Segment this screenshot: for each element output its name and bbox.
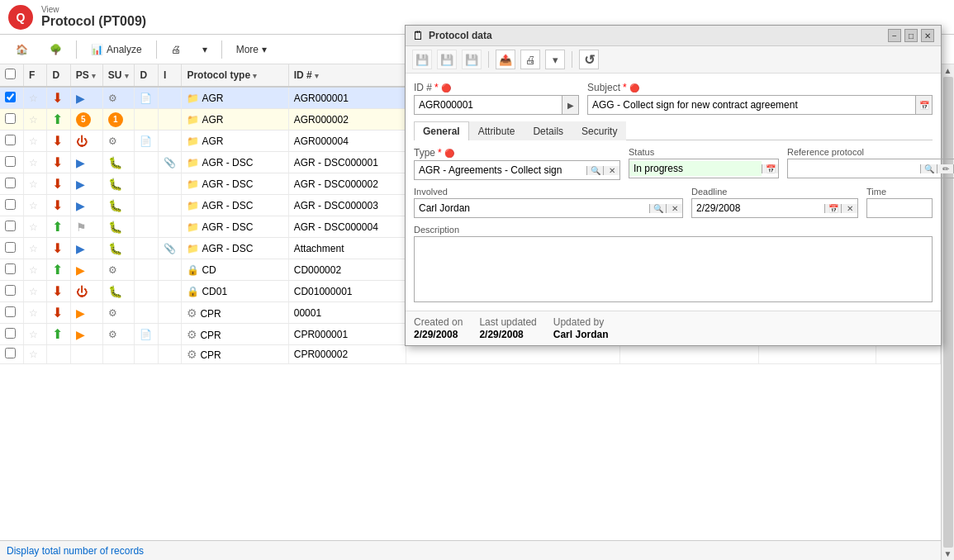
refresh-btn[interactable]: ↺ [579,50,599,69]
row-d[interactable]: ⬆ [47,259,70,281]
row-i[interactable] [158,216,181,238]
row-su[interactable]: ⚙ [102,324,135,345]
row-d[interactable]: ⬇ [47,281,70,302]
row-d2[interactable] [135,238,158,259]
row-id[interactable]: AGR000004 [288,131,406,152]
row-ps[interactable]: ▶ [70,87,102,109]
row-ps[interactable]: ⏻ [70,131,102,152]
row-favorite[interactable]: ☆ [23,259,46,281]
analyze-button[interactable]: 📊 Analyze [83,40,150,59]
row-ps[interactable]: 5 [70,109,102,131]
row-d[interactable]: ⬇ [47,195,70,216]
row-id[interactable]: AGR - DSC000002 [288,173,406,195]
row-subject[interactable] [406,345,620,364]
row-i[interactable]: 📎 [158,152,181,173]
row-sending[interactable] [619,345,758,364]
col-header-d[interactable]: D [47,64,70,87]
status-input[interactable] [629,161,762,176]
col-header-type[interactable]: Protocol type ▾ [182,64,288,87]
row-type[interactable]: 📁AGR - DSC [182,216,288,238]
row-checkbox[interactable] [0,131,23,152]
row-d2[interactable] [135,345,158,364]
dialog-minimize-btn[interactable]: − [888,29,901,42]
row-id[interactable]: CD000002 [288,259,406,281]
ref-edit-btn[interactable]: ✏ [937,164,953,173]
row-favorite[interactable]: ☆ [23,345,46,364]
row-d[interactable]: ⬆ [47,324,70,345]
type-search-btn[interactable]: 🔍 [586,166,603,175]
tab-details[interactable]: Details [524,121,572,140]
row-id[interactable]: CPR000002 [288,345,406,364]
row-deadline[interactable] [759,345,876,364]
row-favorite[interactable]: ☆ [23,281,46,302]
row-type[interactable]: 🔒CD01 [182,281,288,302]
row-d2[interactable] [135,173,158,195]
row-d[interactable]: ⬇ [47,173,70,195]
row-id[interactable]: Attachment [288,238,406,259]
select-all-checkbox[interactable] [5,69,16,79]
row-d2[interactable]: 📄 [135,131,158,152]
row-checkbox[interactable] [0,345,23,364]
row-checkbox[interactable] [0,238,23,259]
row-type[interactable]: 📁AGR [182,87,288,109]
row-ps[interactable]: ▶ [70,302,102,324]
scroll-up-btn[interactable]: ▲ [944,66,952,75]
row-ps[interactable]: ▶ [70,195,102,216]
row-d2[interactable] [135,281,158,302]
col-header-i[interactable]: I [158,64,181,87]
row-d[interactable] [47,345,70,364]
row-d[interactable]: ⬇ [47,302,70,324]
row-ps[interactable]: ▶ [70,152,102,173]
vertical-scrollbar[interactable]: ▲ ▼ [941,64,954,560]
print-button[interactable]: 🖨 [164,40,188,59]
scroll-down-btn[interactable]: ▼ [944,549,952,558]
row-id[interactable]: CPR000001 [288,324,406,345]
row-ps[interactable]: ▶ [70,173,102,195]
subject-calendar-btn[interactable]: 📅 [915,96,932,114]
tab-security[interactable]: Security [572,121,626,140]
row-type[interactable]: 📁AGR - DSC [182,173,288,195]
dialog-close-btn[interactable]: ✕ [921,29,934,42]
row-i[interactable] [158,131,181,152]
row-type[interactable]: 📁AGR [182,109,288,131]
row-ps[interactable]: ⏻ [70,281,102,302]
home-button[interactable]: 🏠 [8,40,36,59]
row-ps[interactable]: ⚑ [70,216,102,238]
row-i[interactable] [158,281,181,302]
status-calendar-btn[interactable]: 📅 [762,164,778,173]
row-checkbox[interactable] [0,87,23,109]
row-d2[interactable] [135,259,158,281]
row-favorite[interactable]: ☆ [23,173,46,195]
table-row[interactable]: ☆ ⚙CPR CPR000002 [0,345,941,364]
row-ps[interactable]: ▶ [70,238,102,259]
time-input[interactable] [867,199,932,217]
col-header-f[interactable]: F [23,64,46,87]
tab-general[interactable]: General [414,121,469,140]
row-type[interactable]: 📁AGR [182,131,288,152]
row-lastd[interactable] [876,345,941,364]
share-btn[interactable]: 📤 [496,50,515,69]
row-i[interactable] [158,324,181,345]
dialog-maximize-btn[interactable]: □ [904,29,918,42]
row-favorite[interactable]: ☆ [23,152,46,173]
row-favorite[interactable]: ☆ [23,302,46,324]
row-type[interactable]: ⚙CPR [182,302,288,324]
more-button[interactable]: More ▾ [229,40,274,59]
row-su[interactable]: 🐛 [102,238,135,259]
row-d2[interactable] [135,109,158,131]
row-favorite[interactable]: ☆ [23,87,46,109]
id-input[interactable] [415,96,562,114]
type-input[interactable] [415,163,586,178]
row-su[interactable] [102,345,135,364]
row-checkbox[interactable] [0,109,23,131]
row-su[interactable]: 1 [102,109,135,131]
row-id[interactable]: 00001 [288,302,406,324]
save-close-btn[interactable]: 💾 [462,50,482,69]
row-type[interactable]: 📁AGR - DSC [182,152,288,173]
row-type[interactable]: ⚙CPR [182,345,288,364]
tree-button[interactable]: 🌳 [42,40,69,59]
print-btn[interactable]: 🖨 [520,50,540,69]
row-checkbox[interactable] [0,281,23,302]
row-checkbox[interactable] [0,324,23,345]
row-id[interactable]: AGR - DSC000004 [288,216,406,238]
